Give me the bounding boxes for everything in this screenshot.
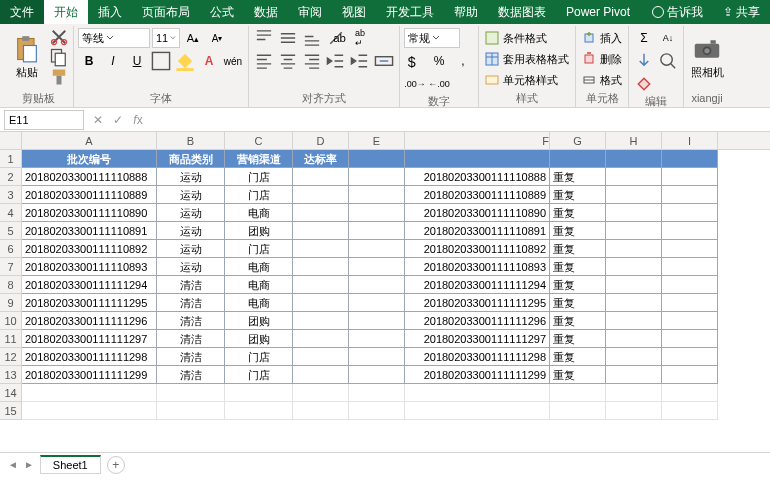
cell[interactable]: 清洁	[157, 366, 225, 384]
fx-button[interactable]: fx	[128, 110, 148, 130]
cell[interactable]: 重复	[550, 258, 606, 276]
cell[interactable]	[293, 294, 349, 312]
cell[interactable]	[606, 186, 662, 204]
cell[interactable]: 20180203300111110892	[22, 240, 157, 258]
cell[interactable]	[662, 240, 718, 258]
cell[interactable]	[550, 384, 606, 402]
tab-layout[interactable]: 页面布局	[132, 0, 200, 24]
cell[interactable]	[606, 366, 662, 384]
fill-button[interactable]	[633, 51, 655, 71]
cell[interactable]: 20180203300111111294	[22, 276, 157, 294]
number-format-combo[interactable]: 常规	[404, 28, 460, 48]
cell[interactable]	[606, 222, 662, 240]
col-header-g[interactable]: G	[550, 132, 606, 149]
sheet-tab[interactable]: Sheet1	[40, 455, 101, 474]
cell[interactable]: 运动	[157, 186, 225, 204]
cell[interactable]	[349, 402, 405, 420]
paste-button[interactable]: 粘贴	[8, 26, 46, 88]
camera-button[interactable]: 照相机	[688, 26, 726, 88]
row-header[interactable]: 11	[0, 330, 22, 348]
phonetic-button[interactable]: wén	[222, 51, 244, 71]
sort-button[interactable]: A↓	[657, 28, 679, 48]
cell[interactable]	[293, 222, 349, 240]
cell[interactable]: 20180203300111111294	[405, 276, 550, 294]
cell[interactable]: 20180203300111110888	[405, 168, 550, 186]
cell[interactable]: 20180203300111111298	[405, 348, 550, 366]
indent-dec-button[interactable]	[325, 51, 347, 71]
cell[interactable]	[606, 276, 662, 294]
cell[interactable]: 团购	[225, 312, 293, 330]
row-header[interactable]: 9	[0, 294, 22, 312]
cell[interactable]: 清洁	[157, 348, 225, 366]
cell[interactable]	[606, 240, 662, 258]
row-header[interactable]: 12	[0, 348, 22, 366]
cell[interactable]: 商品类别	[157, 150, 225, 168]
cell[interactable]: 运动	[157, 258, 225, 276]
comma-button[interactable]: ,	[452, 51, 474, 71]
cell[interactable]: 重复	[550, 204, 606, 222]
cell[interactable]	[349, 366, 405, 384]
cell[interactable]: 20180203300111110890	[405, 204, 550, 222]
cell[interactable]: 20180203300111110892	[405, 240, 550, 258]
align-left-button[interactable]	[253, 51, 275, 71]
cell[interactable]: 重复	[550, 222, 606, 240]
cell[interactable]	[606, 402, 662, 420]
cell[interactable]: 20180203300111111299	[405, 366, 550, 384]
cell[interactable]: 门店	[225, 168, 293, 186]
prev-sheet-button[interactable]: ◄	[8, 459, 18, 470]
cell[interactable]	[157, 402, 225, 420]
cond-format-button[interactable]: 条件格式	[483, 28, 549, 48]
col-header-d[interactable]: D	[293, 132, 349, 149]
cell[interactable]: 重复	[550, 186, 606, 204]
shrink-font-button[interactable]: A▾	[206, 28, 228, 48]
cell[interactable]: 重复	[550, 240, 606, 258]
cell[interactable]	[662, 204, 718, 222]
cell[interactable]: 20180203300111111295	[405, 294, 550, 312]
col-header-f[interactable]: F	[405, 132, 550, 149]
new-sheet-button[interactable]: +	[107, 456, 125, 474]
cell-style-button[interactable]: 单元格样式	[483, 70, 560, 90]
row-header[interactable]: 8	[0, 276, 22, 294]
cell[interactable]	[662, 330, 718, 348]
cell[interactable]	[662, 294, 718, 312]
row-header[interactable]: 1	[0, 150, 22, 168]
tab-home[interactable]: 开始	[44, 0, 88, 24]
cell[interactable]: 20180203300111111298	[22, 348, 157, 366]
cell[interactable]	[293, 276, 349, 294]
currency-button[interactable]: $	[404, 51, 426, 71]
col-header-h[interactable]: H	[606, 132, 662, 149]
cell[interactable]	[662, 150, 718, 168]
cell[interactable]	[293, 402, 349, 420]
underline-button[interactable]: U	[126, 51, 148, 71]
cell[interactable]: 20180203300111111296	[405, 312, 550, 330]
cell[interactable]	[606, 348, 662, 366]
cell[interactable]: 重复	[550, 276, 606, 294]
fill-color-button[interactable]	[174, 51, 196, 71]
cell[interactable]: 门店	[225, 348, 293, 366]
cell[interactable]	[550, 402, 606, 420]
cut-button[interactable]	[49, 28, 69, 46]
cell[interactable]	[662, 366, 718, 384]
col-header-e[interactable]: E	[349, 132, 405, 149]
dec-decimal-button[interactable]: ←.00	[428, 74, 450, 94]
cell[interactable]	[349, 384, 405, 402]
tab-datachart[interactable]: 数据图表	[488, 0, 556, 24]
copy-button[interactable]	[49, 48, 69, 66]
cell[interactable]	[606, 204, 662, 222]
cell[interactable]: 电商	[225, 276, 293, 294]
cell[interactable]: 团购	[225, 330, 293, 348]
cell[interactable]	[405, 150, 550, 168]
cell[interactable]	[293, 258, 349, 276]
grid[interactable]: A B C D E F G H I 1批次编号商品类别营销渠道达标率220180…	[0, 132, 770, 420]
select-all-corner[interactable]	[0, 132, 22, 149]
cell[interactable]	[22, 384, 157, 402]
cell[interactable]: 重复	[550, 366, 606, 384]
cell[interactable]	[293, 312, 349, 330]
row-header[interactable]: 14	[0, 384, 22, 402]
cell[interactable]: 20180203300111111297	[405, 330, 550, 348]
cell[interactable]	[662, 222, 718, 240]
cell[interactable]	[349, 240, 405, 258]
tab-insert[interactable]: 插入	[88, 0, 132, 24]
cell[interactable]	[606, 330, 662, 348]
tab-formulas[interactable]: 公式	[200, 0, 244, 24]
